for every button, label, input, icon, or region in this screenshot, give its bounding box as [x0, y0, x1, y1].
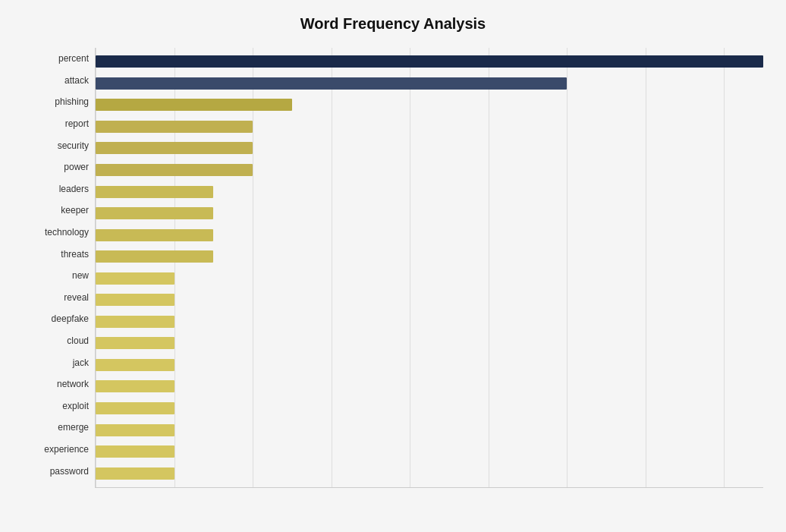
- bar-row-jack: [96, 357, 763, 373]
- y-label-network: network: [57, 373, 89, 395]
- bar-threats: [96, 250, 213, 263]
- y-axis: percentattackphishingreportsecuritypower…: [23, 48, 95, 488]
- bar-row-phishing: [96, 96, 763, 113]
- bar-emerge: [96, 424, 174, 436]
- y-label-technology: technology: [45, 222, 89, 244]
- plot-area: [95, 48, 763, 488]
- bar-technology: [96, 229, 213, 241]
- y-label-password: password: [50, 460, 89, 482]
- bar-row-password: [96, 465, 763, 482]
- y-label-attack: attack: [64, 70, 89, 92]
- y-label-percent: percent: [58, 48, 89, 70]
- y-label-new: new: [72, 265, 89, 287]
- chart-title: Word Frequency Analysis: [23, 15, 763, 33]
- bar-network: [96, 380, 174, 392]
- bar-password: [96, 467, 174, 480]
- bar-new: [96, 272, 174, 285]
- bar-keeper: [96, 207, 213, 219]
- bar-row-experience: [96, 443, 763, 460]
- y-label-exploit: exploit: [62, 395, 89, 417]
- bar-row-exploit: [96, 400, 763, 417]
- bar-leaders: [96, 186, 213, 198]
- bar-row-security: [96, 140, 763, 156]
- y-label-power: power: [64, 156, 89, 178]
- y-label-security: security: [58, 134, 89, 156]
- bar-deepfake: [96, 316, 174, 328]
- bar-security: [96, 142, 253, 154]
- bar-phishing: [96, 99, 292, 111]
- bar-reveal: [96, 294, 174, 306]
- bar-report: [96, 121, 253, 133]
- bar-row-keeper: [96, 205, 763, 222]
- bar-jack: [96, 359, 174, 371]
- bar-row-attack: [96, 75, 763, 92]
- bar-row-leaders: [96, 184, 763, 200]
- y-label-cloud: cloud: [67, 330, 89, 352]
- y-label-threats: threats: [61, 243, 89, 265]
- bar-row-network: [96, 378, 763, 395]
- y-label-experience: experience: [44, 439, 89, 461]
- y-label-keeper: keeper: [61, 200, 89, 222]
- bar-row-reveal: [96, 291, 763, 308]
- y-label-emerge: emerge: [58, 417, 89, 439]
- bar-cloud: [96, 337, 174, 349]
- y-label-jack: jack: [73, 351, 89, 373]
- bar-row-emerge: [96, 422, 763, 439]
- bar-row-new: [96, 270, 763, 287]
- bar-exploit: [96, 402, 174, 414]
- bar-row-percent: [96, 53, 763, 70]
- chart-container: Word Frequency Analysis percentattackphi…: [0, 0, 786, 532]
- y-label-deepfake: deepfake: [52, 308, 89, 330]
- bar-row-report: [96, 118, 763, 135]
- bar-row-cloud: [96, 335, 763, 351]
- y-label-leaders: leaders: [59, 178, 89, 200]
- bars-wrapper: [96, 48, 763, 487]
- chart-area: percentattackphishingreportsecuritypower…: [23, 48, 763, 488]
- bar-power: [96, 164, 253, 176]
- y-label-reveal: reveal: [64, 287, 89, 309]
- bar-percent: [96, 55, 763, 68]
- bar-row-technology: [96, 227, 763, 244]
- bar-experience: [96, 445, 174, 458]
- bar-row-power: [96, 162, 763, 178]
- bar-row-deepfake: [96, 313, 763, 330]
- bar-attack: [96, 77, 567, 90]
- bar-row-threats: [96, 248, 763, 265]
- y-label-phishing: phishing: [55, 91, 89, 113]
- y-label-report: report: [65, 113, 89, 135]
